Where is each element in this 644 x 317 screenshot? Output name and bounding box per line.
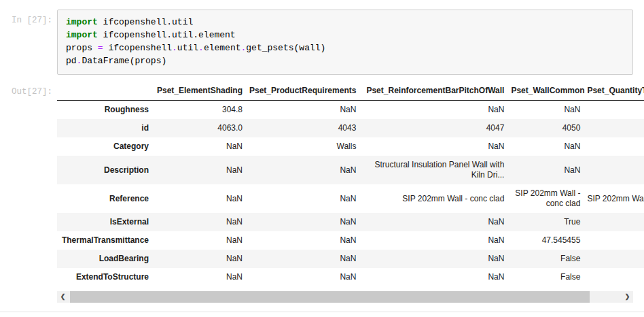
table-cell: NaN [359, 213, 507, 231]
table-cell [584, 119, 644, 137]
code-token: get_psets(wall) [246, 43, 325, 53]
scrollbar-track[interactable] [69, 291, 622, 303]
table-cell: NaN [152, 156, 246, 184]
code-editor[interactable]: import ifcopenshell.utilimport ifcopensh… [57, 10, 633, 75]
scroll-right-button[interactable]: ❯ [622, 291, 633, 303]
table-cell: Walls [246, 137, 359, 156]
table-cell: NaN [152, 137, 246, 156]
code-token: element [204, 43, 241, 53]
row-index-label: LoadBearing [57, 250, 152, 268]
table-cell: NaN [152, 268, 246, 286]
table-row: ThermalTransmittanceNaNNaNNaN47.545455 [57, 231, 644, 250]
table-cell: Structural Insulation Panel Wall with Ki… [359, 156, 507, 184]
table-cell: False [507, 268, 584, 286]
table-cell [584, 213, 644, 231]
column-header: Pset_QuantityTa [584, 83, 644, 101]
table-cell: NaN [246, 231, 359, 250]
table-header-row: Pset_ElementShadingPset_ProductRequireme… [57, 83, 644, 101]
table-cell: NaN [507, 101, 584, 120]
notebook: In [27]: import ifcopenshell.utilimport … [0, 10, 644, 317]
row-index-label: id [57, 119, 152, 137]
code-token: props [66, 43, 98, 53]
table-cell [584, 101, 644, 120]
horizontal-scrollbar[interactable]: ❮ ❯ [57, 291, 633, 303]
table-row: IsExternalNaNNaNNaNTrue [57, 213, 644, 231]
column-header: Pset_ElementShading [152, 83, 246, 101]
code-token: import [66, 17, 98, 27]
table-cell: SIP 202mm Wall - conc clad [359, 184, 507, 213]
code-token: ifcopenshell [103, 43, 172, 53]
table-cell: NaN [246, 250, 359, 268]
table-row: LoadBearingNaNNaNNaNFalse [57, 250, 644, 268]
table-cell: NaN [359, 268, 507, 286]
table-cell: 304.8 [152, 101, 246, 120]
table-cell: 4047 [359, 119, 507, 137]
row-index-label: IsExternal [57, 213, 152, 231]
column-header: Pset_ReinforcementBarPitchOfWall [359, 83, 507, 101]
table-cell: NaN [359, 231, 507, 250]
dataframe-table: Pset_ElementShadingPset_ProductRequireme… [57, 83, 644, 286]
code-token: . [198, 43, 204, 53]
code-token: = [98, 43, 103, 53]
table-cell: NaN [507, 137, 584, 156]
code-token: . [172, 43, 177, 53]
table-cell: NaN [246, 184, 359, 213]
code-token: pd [66, 56, 77, 66]
input-prompt: In [27]: [0, 10, 57, 25]
table-cell: NaN [507, 156, 584, 184]
row-index-label: Reference [57, 184, 152, 213]
row-index-label: ThermalTransmittance [57, 231, 152, 250]
table-cell: NaN [152, 213, 246, 231]
row-index-label: Roughness [57, 101, 152, 120]
code-line: props = ifcopenshell.util.element.get_ps… [66, 41, 626, 54]
row-index-label: Category [57, 137, 152, 156]
table-cell: NaN [152, 231, 246, 250]
table-cell: 47.545455 [507, 231, 584, 250]
table-row: ReferenceNaNNaNSIP 202mm Wall - conc cla… [57, 184, 644, 213]
table-cell: NaN [359, 137, 507, 156]
table-cell: False [507, 250, 584, 268]
chevron-left-icon: ❮ [60, 294, 66, 300]
code-token: import [66, 30, 98, 40]
table-cell: NaN [359, 250, 507, 268]
table-row: CategoryNaNWallsNaNNaN [57, 137, 644, 156]
code-cell: In [27]: import ifcopenshell.utilimport … [0, 10, 644, 75]
table-cell: NaN [359, 101, 507, 120]
table-cell: 4050 [507, 119, 584, 137]
table-body: Roughness304.8NaNNaNNaNid4063.0404340474… [57, 101, 644, 287]
table-cell: True [507, 213, 584, 231]
row-index-label: Description [57, 156, 152, 184]
code-token: DataFrame(props) [82, 56, 166, 66]
table-cell: NaN [152, 184, 246, 213]
code-line: import ifcopenshell.util.element [66, 29, 626, 41]
table-cell: NaN [246, 213, 359, 231]
table-row: Roughness304.8NaNNaNNaN [57, 101, 644, 120]
table-cell: NaN [246, 101, 359, 120]
scroll-left-button[interactable]: ❮ [57, 291, 69, 303]
output-content: Pset_ElementShadingPset_ProductRequireme… [57, 83, 644, 303]
table-cell [584, 231, 644, 250]
index-corner-header [57, 83, 152, 101]
table-row: DescriptionNaNNaNStructural Insulation P… [57, 156, 644, 184]
cell-divider [0, 312, 644, 312]
table-cell: 4063.0 [152, 119, 246, 137]
table-cell [584, 137, 644, 156]
table-row: id4063.0404340474050 [57, 119, 644, 137]
table-cell: NaN [246, 156, 359, 184]
table-cell: 4043 [246, 119, 359, 137]
code-line: pd.DataFrame(props) [66, 54, 626, 67]
code-line: import ifcopenshell.util [66, 16, 626, 29]
output-prompt: Out[27]: [0, 83, 57, 97]
table-cell: NaN [152, 250, 246, 268]
table-cell: SIP 202mm Wall [584, 184, 644, 213]
chevron-right-icon: ❯ [625, 294, 630, 300]
table-cell [584, 250, 644, 268]
scrollbar-thumb[interactable] [70, 291, 590, 303]
table-cell: SIP 202mm Wall - conc clad [507, 184, 584, 213]
table-row: ExtendToStructureNaNNaNNaNFalse [57, 268, 644, 286]
column-header: Pset_ProductRequirements [246, 83, 359, 101]
output-cell: Out[27]: Pset_ElementShadingPset_Product… [0, 83, 644, 303]
table-cell: NaN [246, 268, 359, 286]
code-token: ifcopenshell.util.element [98, 30, 236, 40]
table-cell [584, 268, 644, 286]
